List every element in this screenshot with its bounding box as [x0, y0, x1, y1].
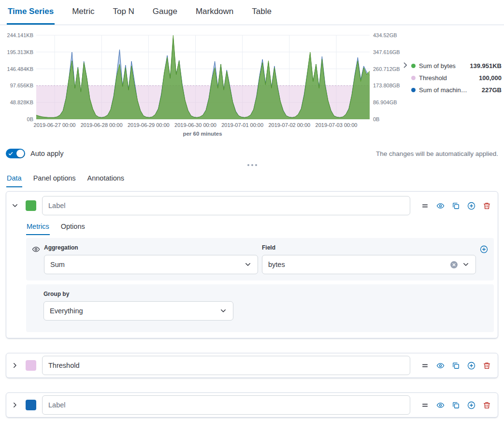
series-panel: [6, 353, 498, 378]
series-label-input[interactable]: [42, 196, 410, 215]
auto-apply-help-text: The changes will be automatically applie…: [376, 150, 498, 157]
tab-metric[interactable]: Metric: [71, 0, 95, 25]
svg-text:97.656KB: 97.656KB: [10, 83, 33, 88]
eye-icon: [436, 202, 445, 210]
svg-text:2019-06-29 00:00: 2019-06-29 00:00: [128, 122, 170, 128]
aggregation-column: Aggregation Sum: [44, 244, 258, 274]
aggregation-select[interactable]: Sum: [44, 255, 258, 274]
aggregation-value: Sum: [50, 261, 65, 268]
group-by-select[interactable]: Everything: [43, 301, 233, 321]
eye-icon: [436, 362, 445, 370]
chevron-right-icon: [11, 362, 19, 369]
series-label-input[interactable]: [42, 395, 410, 415]
drag-handle[interactable]: [421, 362, 429, 370]
delete-series-button[interactable]: [483, 202, 491, 210]
eye-icon: [436, 401, 445, 409]
tab-time-series[interactable]: Time Series: [7, 0, 55, 25]
group-by-label: Group by: [43, 291, 488, 297]
add-series-button[interactable]: [467, 362, 475, 370]
chevron-down-icon: [219, 307, 227, 315]
series-actions: [421, 362, 493, 370]
tab-markdown[interactable]: Markdown: [195, 0, 234, 25]
series-row-header: [6, 353, 498, 377]
series-panels: Metrics Options Aggregation Sum Field: [0, 187, 504, 426]
series-collapse-button[interactable]: [10, 201, 20, 210]
svg-text:2019-06-30 00:00: 2019-06-30 00:00: [174, 122, 216, 128]
add-metric-button[interactable]: [480, 245, 488, 253]
add-series-button[interactable]: [467, 401, 475, 409]
chart-legend: Sum of bytes 139.951KB Threshold 100,000…: [411, 60, 502, 96]
toggle-metric-visibility-button[interactable]: [32, 245, 40, 253]
legend-collapse-button[interactable]: [401, 61, 410, 70]
editor-tabs: Data Panel options Annotations: [0, 170, 504, 187]
clear-field-button[interactable]: [450, 261, 458, 269]
auto-apply-toggle[interactable]: [6, 149, 25, 158]
chart-section: 244.141KB434.52GB195.313KB347.616GB146.4…: [0, 25, 504, 141]
eye-icon: [32, 245, 40, 253]
delete-series-button[interactable]: [483, 401, 491, 409]
trash-icon: [483, 362, 491, 370]
svg-text:per 60 minutes: per 60 minutes: [183, 131, 222, 137]
tsvb-editor: Time Series Metric Top N Gauge Markdown …: [0, 0, 504, 426]
svg-text:2019-07-01 00:00: 2019-07-01 00:00: [221, 122, 263, 128]
field-value: bytes: [268, 261, 285, 268]
svg-text:146.484KB: 146.484KB: [7, 66, 33, 72]
plus-icon: [467, 362, 475, 370]
svg-text:86.904GB: 86.904GB: [373, 99, 397, 105]
series-actions: [421, 202, 493, 210]
svg-text:347.616GB: 347.616GB: [373, 49, 400, 55]
chevron-right-icon: [11, 401, 19, 409]
tab-data[interactable]: Data: [6, 170, 22, 187]
clone-series-button[interactable]: [452, 362, 460, 370]
plus-icon: [480, 245, 488, 253]
add-series-button[interactable]: [467, 202, 475, 210]
tab-metrics[interactable]: Metrics: [26, 219, 50, 235]
copy-icon: [452, 362, 460, 370]
tab-top-n[interactable]: Top N: [112, 0, 135, 25]
tab-options[interactable]: Options: [60, 219, 86, 235]
clone-series-button[interactable]: [452, 401, 460, 409]
svg-text:0B: 0B: [27, 116, 33, 122]
svg-text:2019-06-27 00:00: 2019-06-27 00:00: [34, 122, 76, 128]
toggle-series-visibility-button[interactable]: [436, 362, 445, 370]
clone-series-button[interactable]: [452, 202, 460, 210]
series-color-swatch[interactable]: [26, 360, 36, 371]
legend-item-label: Sum of bytes: [419, 62, 456, 70]
trash-icon: [483, 202, 491, 210]
svg-text:195.313KB: 195.313KB: [7, 49, 33, 55]
series-expand-button[interactable]: [10, 361, 20, 370]
series-panel: [6, 392, 498, 418]
legend-item[interactable]: Threshold 100,000: [411, 72, 502, 84]
tab-panel-options[interactable]: Panel options: [33, 170, 76, 187]
auto-apply-row: Auto apply The changes will be automatic…: [0, 141, 504, 162]
plus-icon: [467, 202, 475, 210]
auto-apply-label: Auto apply: [30, 150, 64, 157]
drag-handle[interactable]: [421, 202, 429, 210]
series-actions: [421, 401, 493, 409]
svg-text:260.712GB: 260.712GB: [373, 66, 400, 72]
delete-series-button[interactable]: [483, 362, 491, 370]
toggle-series-visibility-button[interactable]: [436, 202, 445, 210]
tab-table[interactable]: Table: [251, 0, 273, 25]
trash-icon: [483, 401, 491, 409]
toggle-series-visibility-button[interactable]: [436, 401, 445, 409]
legend-item[interactable]: Sum of bytes 139.951KB: [411, 60, 502, 72]
check-icon: [8, 151, 14, 156]
aggregation-label: Aggregation: [44, 244, 258, 251]
svg-text:48.828KB: 48.828KB: [10, 99, 33, 105]
svg-text:434.52GB: 434.52GB: [373, 32, 397, 38]
field-label: Field: [262, 244, 476, 251]
legend-item[interactable]: Sum of machin… 227GB: [411, 84, 502, 96]
field-combobox[interactable]: bytes: [262, 255, 476, 274]
legend-color-dot: [411, 76, 416, 80]
chevron-right-icon: [401, 61, 410, 70]
series-color-swatch[interactable]: [26, 400, 36, 410]
drag-handle[interactable]: [421, 401, 429, 409]
series-label-input[interactable]: [42, 356, 410, 375]
series-color-swatch[interactable]: [26, 200, 36, 211]
metric-row: Aggregation Sum Field bytes: [26, 238, 494, 280]
panel-resize-handle[interactable]: [0, 162, 504, 170]
series-expand-button[interactable]: [10, 400, 20, 410]
tab-annotations[interactable]: Annotations: [87, 170, 125, 187]
tab-gauge[interactable]: Gauge: [152, 0, 178, 25]
